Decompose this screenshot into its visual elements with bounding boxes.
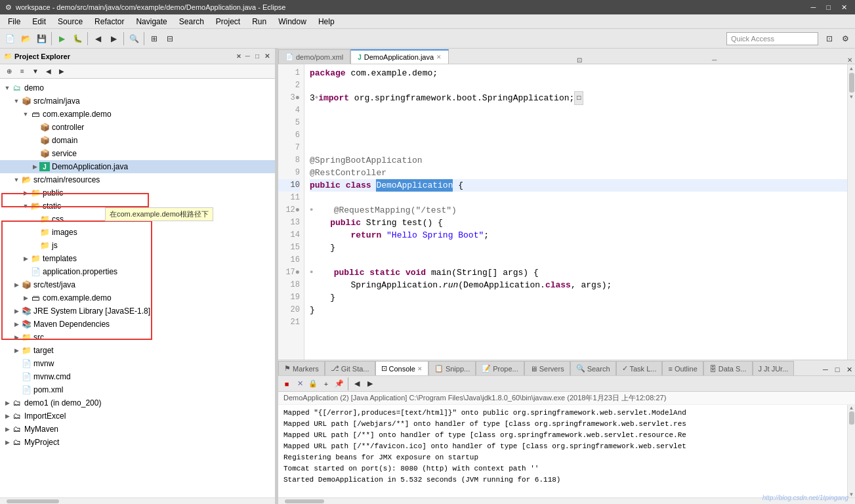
expand-arrow-importexcel[interactable]: ▶ — [3, 413, 12, 419]
menu-source[interactable]: Source — [52, 16, 88, 28]
tree-item-src-main-java[interactable]: ▼ 📦 src/main/java — [0, 94, 275, 108]
explorer-btn5[interactable]: ▶ — [56, 66, 67, 77]
demo-app-tab-close[interactable]: ✕ — [436, 54, 442, 60]
expand-arrow-maven-deps[interactable]: ▶ — [12, 321, 21, 327]
menu-help[interactable]: Help — [313, 16, 340, 28]
tree-item-mvnw-cmd[interactable]: ▶ 📄 mvnw.cmd — [0, 370, 275, 383]
menu-run[interactable]: Run — [247, 16, 272, 28]
tree-item-templates[interactable]: ▶ 📁 templates — [0, 252, 275, 265]
console-tab-close[interactable]: ✕ — [417, 366, 423, 372]
menu-navigate[interactable]: Navigate — [131, 16, 172, 28]
menu-window[interactable]: Window — [273, 16, 312, 28]
expand-arrow-domain[interactable]: ▶ — [30, 137, 39, 144]
expand-arrow-service[interactable]: ▶ — [30, 150, 39, 157]
quick-access-box[interactable]: Quick Access — [726, 32, 818, 45]
toolbar-perspective1[interactable]: ⊞ — [147, 32, 161, 46]
toolbar-open[interactable]: 📂 — [18, 32, 33, 46]
tab-servers[interactable]: 🖥 Servers — [524, 361, 570, 375]
tab-properties[interactable]: 📝 Prope... — [476, 361, 524, 375]
expand-arrow-templates[interactable]: ▶ — [21, 255, 30, 262]
console-pin-btn[interactable]: 📌 — [333, 378, 345, 390]
console-vscrollbar[interactable]: ▲ ▼ — [847, 405, 855, 497]
editor-restore-btn[interactable]: ─ — [709, 56, 719, 64]
toolbar-debug[interactable]: 🐛 — [70, 32, 85, 46]
vscroll-up[interactable]: ▲ — [850, 66, 853, 72]
console-back-btn[interactable]: ◀ — [351, 378, 363, 390]
tree-item-domain[interactable]: ▶ 📦 domain — [0, 134, 275, 147]
tree-scrollbar[interactable] — [0, 497, 275, 504]
tab-console[interactable]: ⊡ Console ✕ — [375, 361, 428, 375]
tree-item-com-example-demo-test[interactable]: ▶ 🗃 com.example.demo — [0, 291, 275, 304]
expand-arrow-static[interactable]: ▼ — [21, 203, 30, 209]
minimize-button[interactable]: ─ — [808, 3, 819, 12]
menu-file[interactable]: File — [3, 16, 26, 28]
tree-scroll-thumb[interactable] — [7, 499, 59, 503]
toolbar-gear[interactable]: ⚙ — [838, 32, 852, 46]
toolbar-run[interactable]: ▶ — [54, 32, 69, 46]
explorer-btn3[interactable]: ▼ — [30, 66, 41, 77]
tree-item-maven-deps[interactable]: ▶ 📚 Maven Dependencies — [0, 318, 275, 331]
expand-arrow-pom-xml[interactable]: ▶ — [12, 387, 21, 393]
menu-edit[interactable]: Edit — [27, 16, 51, 28]
console-scroll-thumb[interactable] — [849, 411, 854, 425]
bottom-close-btn[interactable]: ✕ — [843, 364, 855, 375]
expand-arrow-src-main-resources[interactable]: ▼ — [12, 177, 21, 183]
editor-close-editor-btn[interactable]: ✕ — [845, 56, 855, 64]
code-area[interactable]: package com.example.demo; 3● import org.… — [304, 64, 847, 360]
tree-item-src[interactable]: ▶ 📁 src — [0, 331, 275, 344]
panel-close-btn[interactable]: ✕ — [263, 52, 271, 60]
expand-arrow-controller[interactable]: ▶ — [30, 124, 39, 131]
console-forward-btn[interactable]: ▶ — [364, 378, 376, 390]
tab-snippets[interactable]: 📋 Snipp... — [428, 361, 476, 375]
console-hscroll-thumb[interactable] — [285, 499, 324, 503]
close-button[interactable]: ✕ — [839, 3, 850, 12]
tree-item-service[interactable]: ▶ 📦 service — [0, 147, 275, 160]
tree-item-src-test-java[interactable]: ▶ 📦 src/test/java — [0, 278, 275, 291]
tree-item-pom-xml[interactable]: ▶ 📄 pom.xml — [0, 383, 275, 396]
tree-item-jre[interactable]: ▶ 📚 JRE System Library [JavaSE-1.8] — [0, 304, 275, 318]
tab-pom-xml[interactable]: 📄 demo/pom.xml — [278, 49, 350, 64]
tree-item-importexcel[interactable]: ▶ 🗂 ImportExcel — [0, 410, 275, 423]
panel-minimize-btn[interactable]: ─ — [244, 52, 251, 60]
tree-item-myproject[interactable]: ▶ 🗂 MyProject — [0, 436, 275, 449]
tab-git-staging[interactable]: ⎇ Git Sta... — [325, 361, 375, 375]
expand-arrow-mymaven[interactable]: ▶ — [3, 426, 12, 432]
tree-item-demo[interactable]: ▼ 🗂 demo — [0, 81, 275, 94]
tab-markers[interactable]: ⚑ Markers — [278, 361, 325, 375]
tree-item-app-props[interactable]: ▶ 📄 application.properties — [0, 265, 275, 278]
console-scroll-lock-btn[interactable]: 🔒 — [307, 378, 319, 390]
expand-arrow-mvnw-cmd[interactable]: ▶ — [12, 373, 21, 380]
toolbar-search[interactable]: 🔍 — [127, 32, 141, 46]
editor-vscrollbar[interactable]: ▲ ▼ — [847, 64, 855, 360]
expand-arrow-css[interactable]: ▶ — [30, 216, 39, 222]
tree-item-demo-application[interactable]: ▶ J DemoApplication.java — [0, 160, 275, 173]
tab-search[interactable]: 🔍 Search — [570, 361, 616, 375]
bottom-maximize-btn[interactable]: □ — [831, 364, 843, 375]
explorer-btn4[interactable]: ◀ — [43, 66, 54, 77]
expand-arrow-js[interactable]: ▶ — [30, 242, 39, 249]
toolbar-back[interactable]: ◀ — [91, 32, 105, 46]
tree-item-com-example-demo[interactable]: ▼ 🗃 com.example.demo — [0, 108, 275, 121]
vscroll-thumb[interactable] — [849, 73, 854, 93]
expand-arrow-src-test-java[interactable]: ▶ — [12, 282, 21, 288]
tree-item-demo1[interactable]: ▶ 🗂 demo1 (in demo_200) — [0, 396, 275, 410]
expand-arrow-myproject[interactable]: ▶ — [3, 439, 12, 446]
editor-maximize-btn[interactable]: ⊡ — [574, 56, 585, 64]
expand-arrow-demo1[interactable]: ▶ — [3, 400, 12, 406]
menu-project[interactable]: Project — [211, 16, 245, 28]
expand-arrow-src-main-java[interactable]: ▼ — [12, 98, 21, 104]
tab-task-list[interactable]: ✓ Task L... — [616, 361, 663, 375]
vscroll-down[interactable]: ▼ — [850, 94, 853, 100]
tab-jt-jur[interactable]: J Jt JUr... — [753, 361, 795, 375]
tree-item-mvnw[interactable]: ▶ 📄 mvnw — [0, 357, 275, 370]
expand-arrow-jre[interactable]: ▶ — [12, 308, 21, 314]
expand-arrow-com-example-demo[interactable]: ▼ — [21, 111, 30, 117]
menu-search[interactable]: Search — [174, 16, 209, 28]
expand-arrow-com-example-demo-test[interactable]: ▶ — [21, 295, 30, 301]
tree-item-public[interactable]: ▶ 📁 public — [0, 186, 275, 200]
expand-arrow-target[interactable]: ▶ — [12, 347, 21, 354]
expand-arrow-images[interactable]: ▶ — [30, 229, 39, 236]
tab-data-source[interactable]: 🗄 Data S... — [703, 361, 753, 375]
tree-item-images[interactable]: ▶ 📁 images — [0, 226, 275, 239]
maximize-button[interactable]: □ — [824, 3, 833, 12]
